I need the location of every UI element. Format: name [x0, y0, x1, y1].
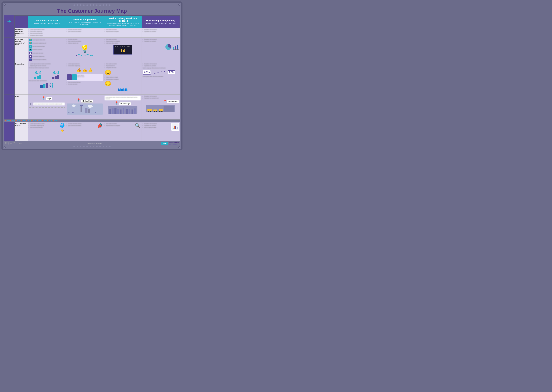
svg-rect-36	[164, 105, 174, 112]
svg-rect-28	[117, 109, 119, 114]
trophy-icon: 🏆	[29, 42, 32, 44]
col-header-decision: Decision & Agreement "What customers con…	[66, 15, 104, 28]
megaphone-icon: 📣	[96, 122, 104, 129]
cell-internally-awareness: Lorem ipsum dolor sit amet Consectetur a…	[28, 28, 66, 37]
svg-point-44	[159, 111, 160, 112]
chat-icon: 💬	[29, 55, 32, 58]
cell-risk-awareness: 📍 High ✈ Lorem ipsum dolor sit amet cons…	[28, 94, 66, 119]
pin-icon-relationship: 📍	[163, 99, 167, 104]
row-label-risk: Risk	[15, 94, 28, 119]
b2b-logo: B2B	[161, 142, 168, 145]
nps-board: TIMEFLIGHTGATE NPS: 14	[113, 45, 132, 55]
svg-rect-47	[173, 128, 174, 129]
nps-number: 14	[115, 49, 130, 53]
cell-perceptions-service: Duis aute irure dolor Reprehenderit in V…	[104, 62, 142, 94]
risk-level-decision: Medium/High	[81, 99, 93, 103]
svg-text:✈: ✈	[72, 112, 74, 114]
credit-card-icon: 💳	[29, 39, 32, 41]
row-internally-perceived: Internally perceived moments of truth Lo…	[4, 28, 180, 37]
smiley-sad-icon: 😞	[105, 81, 111, 87]
cell-perceptions-relationship: Excepteur sint occaecat Cupidatat non pr…	[142, 62, 180, 94]
row-opportunities: Opportunities (Gaps) Lorem ipsum dolor s…	[4, 122, 180, 141]
cell-opps-service: Duis aute irure dolor Reprehenderit in v…	[104, 122, 142, 141]
risk-level-service: Medium/High	[119, 102, 131, 105]
smiley-happy-icon: 😊	[105, 69, 111, 76]
cell-risk-service: Lorem ipsum dolor sit amet consectetur a…	[104, 94, 142, 119]
svg-rect-32	[129, 109, 130, 114]
wavy-line-svg	[76, 53, 94, 57]
svg-rect-27	[115, 108, 116, 114]
svg-rect-49	[175, 126, 176, 129]
svg-rect-4	[177, 45, 178, 49]
svg-point-22	[88, 105, 93, 108]
svg-point-0	[76, 55, 77, 56]
pie-chart-icon	[165, 43, 172, 50]
touch-icon: 👆	[60, 128, 64, 132]
footer: B2B International | Research T +44 (0) 1…	[4, 141, 180, 145]
email-icon: ✉	[29, 45, 32, 48]
svg-rect-26	[112, 108, 114, 114]
score-2: 8.0	[52, 70, 59, 75]
svg-rect-17	[85, 108, 87, 113]
cell-internally-relationship: Excepteur sint occaecat Cupidatat non pr…	[142, 28, 180, 37]
pct-22-label: 22%	[168, 70, 175, 74]
svg-rect-50	[177, 127, 177, 129]
risk-level-awareness: High	[46, 97, 52, 100]
magnifier-icon: 🔍	[135, 123, 141, 128]
row-perceptions: Perceptions Lorem ipsum dolor sit amet c…	[4, 62, 180, 94]
brand-name: International	[169, 142, 179, 144]
svg-point-42	[156, 111, 157, 112]
empty-header	[15, 15, 28, 28]
tablet-chart-svg	[172, 123, 179, 130]
svg-line-12	[152, 71, 164, 74]
svg-point-23	[72, 105, 75, 107]
svg-rect-31	[126, 109, 128, 114]
airport-illustration-svg: ✈ ✈ ✈	[67, 103, 103, 115]
page-title: The Customer Journey Map	[4, 7, 180, 15]
svg-point-39	[150, 111, 152, 112]
svg-rect-30	[123, 108, 124, 114]
svg-point-38	[148, 111, 149, 112]
mobile-icon: 📱	[29, 49, 32, 51]
pct-70-label: 70%	[143, 70, 151, 75]
svg-rect-18	[88, 109, 90, 113]
svg-rect-25	[109, 109, 111, 114]
growth-arrow-svg	[152, 70, 167, 75]
cell-perceptions-awareness: Lorem ipsum dolor sit amet consectetur A…	[28, 62, 66, 94]
svg-marker-11	[52, 83, 53, 84]
pin-icon-decision: 📍	[76, 98, 81, 102]
row-risk: Risk 📍 High ✈ Lorem ipsum dolor sit amet…	[4, 94, 180, 119]
svg-text:✈: ✈	[94, 112, 96, 114]
score-1: 8.2	[34, 70, 41, 75]
brand-logo-area: B2B International a pyrpl company	[161, 142, 179, 145]
cell-internally-service: Duis aute irure dolor Reprehenderit volu…	[104, 28, 142, 37]
svg-marker-13	[164, 70, 165, 72]
col-header-awareness: Awareness & Interest "How the customers …	[28, 15, 66, 28]
cell-risk-decision: 📍 Medium/High	[66, 94, 104, 119]
cell-customer-awareness: 💳 Lorem ipsum dolor amet 🏆 Consectetur a…	[28, 37, 66, 62]
thumbs-up-icon-2: 👍	[82, 68, 87, 73]
risk-level-relationship: Medium/Low	[167, 100, 179, 103]
row-label-opportunities: Opportunities (Gaps)	[15, 122, 28, 141]
svg-rect-48	[174, 126, 175, 129]
cell-opps-relationship: Excepteur sint occaecat Cupidatat non pr…	[142, 122, 180, 141]
row-label-customer-current: Customer current moments of truth	[15, 37, 28, 62]
svg-rect-2	[173, 47, 174, 49]
cell-customer-relationship: Excepteur sint occaecat Cupidatat non pr…	[142, 37, 180, 62]
svg-rect-3	[175, 46, 176, 49]
svg-rect-29	[120, 110, 122, 114]
svg-rect-16	[80, 105, 83, 106]
svg-marker-8	[50, 83, 51, 84]
plane-icon: ✈	[4, 19, 15, 25]
airplane-icon-risk: ✈	[29, 101, 32, 106]
col-header-service: Service Delivery & Delivery Feedback "Ho…	[104, 15, 142, 28]
row-label-internally-perceived: Internally perceived moments of truth	[15, 28, 28, 37]
row-customer-current: Customer current moments of truth 💳 Lore…	[4, 37, 180, 62]
svg-text:✈: ✈	[68, 112, 70, 114]
bar-chart-icon	[173, 44, 179, 50]
svg-rect-34	[134, 108, 136, 114]
thumbs-up-icon-1: 👍	[76, 68, 81, 73]
svg-rect-33	[131, 110, 133, 114]
thumbs-up-icon-3: 👍	[88, 68, 93, 73]
svg-point-41	[154, 111, 155, 112]
